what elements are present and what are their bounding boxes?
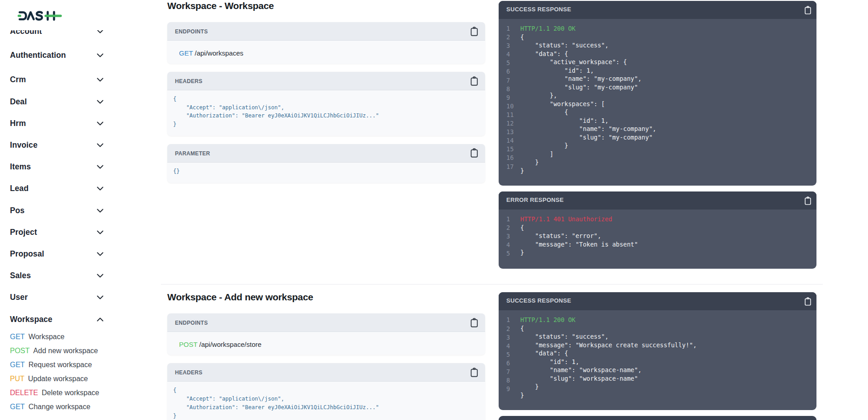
copy-clipboard-icon — [804, 297, 811, 306]
doc-section-workspace-add-new-workspace: Workspace - Add new workspaceENDPOINTSPO… — [161, 284, 823, 420]
response-column: SUCCESS RESPONSE1 2 3 4 5 6 7 8 9 10 11 … — [499, 1, 816, 269]
endpoint-line: POST /api/workspace/store — [167, 332, 485, 355]
sidebar-submenu-workspace: GETWorkspacePOSTAdd new workspaceGETRequ… — [0, 330, 161, 414]
code-line: "status": "success", — [520, 41, 656, 50]
sidebar-item-label: Invoice — [10, 140, 38, 150]
code-line: "status": "success", — [520, 332, 697, 341]
sidebar-subitem-request-workspace[interactable]: GETRequest workspace — [0, 358, 161, 372]
section-row: Workspace - WorkspaceENDPOINTSGET /api/w… — [167, 1, 823, 269]
line-numbers: 1 2 3 4 5 6 7 8 9 10 11 12 13 14 15 16 1… — [506, 24, 520, 175]
sidebar-item-label: Lead — [10, 184, 28, 193]
code-block: { "Accept": "application\/json", "Author… — [173, 95, 479, 129]
code-line: { — [520, 108, 656, 117]
main-content: Workspace - WorkspaceENDPOINTSGET /api/w… — [161, 0, 823, 420]
copy-clipboard-icon — [470, 318, 478, 327]
sidebar-subitem-add-new-workspace[interactable]: POSTAdd new workspace — [0, 344, 161, 358]
copy-button[interactable] — [804, 196, 811, 205]
copy-button[interactable] — [470, 76, 478, 86]
sidebar-subitem-workspace[interactable]: GETWorkspace — [0, 330, 161, 344]
card-title: ENDPOINTS — [175, 28, 208, 35]
sidebar-subitem-label: Add new workspace — [33, 347, 98, 355]
card-title: PARAMETER — [175, 150, 210, 157]
panel-title: ERROR RESPONSE — [506, 196, 564, 203]
copy-button[interactable] — [804, 297, 811, 306]
code-line: "status": "error", — [520, 232, 638, 240]
sidebar-item-label: Items — [10, 162, 31, 172]
dash-logo-icon — [18, 11, 62, 23]
sections-container: Workspace - WorkspaceENDPOINTSGET /api/w… — [161, 0, 823, 420]
sidebar-item-label: Crm — [10, 75, 26, 84]
copy-clipboard-icon — [470, 27, 478, 36]
section-title: Workspace - Add new workspace — [167, 291, 485, 303]
section-title: Workspace - Workspace — [167, 0, 485, 12]
code-line: "slug": "workspace-name" — [520, 374, 697, 383]
request-column: Workspace - Add new workspaceENDPOINTSPO… — [167, 292, 485, 420]
code-line: "active_workspace": { — [520, 58, 656, 66]
sidebar-subitem-change-workspace[interactable]: GETChange workspace — [0, 400, 161, 414]
sidebar-item-lead[interactable]: Lead — [0, 178, 114, 200]
code-line: } — [520, 383, 697, 391]
sidebar-item-items[interactable]: Items — [0, 156, 114, 178]
copy-clipboard-icon — [470, 148, 478, 158]
code-line: { — [520, 224, 638, 232]
http-method-badge: GET — [10, 361, 25, 369]
sidebar-item-label: Account — [10, 30, 42, 36]
sidebar-item-pos[interactable]: Pos — [0, 200, 114, 221]
logo[interactable] — [0, 0, 161, 30]
code-line: "slug": "my-company" — [520, 83, 656, 92]
sidebar-item-crm[interactable]: Crm — [0, 69, 114, 91]
copy-button[interactable] — [470, 368, 478, 377]
code-line: } — [520, 141, 656, 150]
copy-button[interactable] — [804, 6, 811, 14]
endpoint-path: /api/workspaces — [195, 49, 244, 57]
sidebar-item-sales[interactable]: Sales — [0, 265, 114, 287]
card-header: HEADERS — [167, 72, 485, 90]
copy-button[interactable] — [470, 318, 478, 327]
card-title: ENDPOINTS — [175, 320, 208, 326]
sidebar-item-project[interactable]: Project — [0, 221, 114, 243]
copy-clipboard-icon — [804, 196, 811, 205]
chevron-down-icon — [97, 121, 104, 126]
panel-title: SUCCESS RESPONSE — [506, 297, 571, 304]
sidebar-subitem-delete-workspace[interactable]: DELETEDelete workspace — [0, 386, 161, 400]
copy-button[interactable] — [470, 148, 478, 158]
code-line: "message": "Token is absent" — [520, 240, 638, 249]
code-line: } — [520, 158, 656, 167]
panel-title: SUCCESS RESPONSE — [506, 6, 571, 13]
chevron-down-icon — [97, 230, 104, 234]
sidebar-item-hrm[interactable]: Hrm — [0, 112, 114, 134]
code-line: "message": "Workspace create successfull… — [520, 341, 697, 350]
chevron-down-icon — [97, 53, 104, 57]
sidebar-item-proposal[interactable]: Proposal — [0, 243, 114, 265]
panel-body: 1 2 3 4 5 6 7 8 9 10 11 12 13 14 15 16 1… — [499, 19, 816, 186]
chevron-down-icon — [97, 295, 104, 299]
sidebar-item-invoice[interactable]: Invoice — [0, 134, 114, 156]
panel-header: ERROR RESPONSE — [499, 416, 816, 420]
code-line: "id": 1, — [520, 66, 656, 75]
code-line: "id": 1, — [520, 358, 697, 366]
code-block: {} — [173, 167, 479, 176]
sidebar-item-label: Hrm — [10, 119, 26, 128]
sidebar-item-user[interactable]: User — [0, 287, 114, 308]
chevron-down-icon — [97, 187, 104, 191]
code-line: } — [520, 167, 656, 175]
card-header: ENDPOINTS — [167, 22, 485, 41]
sidebar-menu-list: AccountAuthenticationCrmDealHrmInvoiceIt… — [0, 30, 161, 414]
copy-clipboard-icon — [470, 76, 478, 86]
copy-button[interactable] — [470, 27, 478, 36]
error-response-panel: ERROR RESPONSE1 2 3 4 5HTTP/1.1 401 Unau… — [499, 191, 816, 269]
sidebar-item-deal[interactable]: Deal — [0, 91, 114, 112]
sidebar: AccountAuthenticationCrmDealHrmInvoiceIt… — [0, 0, 161, 420]
card-header: HEADERS — [167, 363, 485, 382]
endpoints-card: ENDPOINTSPOST /api/workspace/store — [167, 313, 485, 355]
sidebar-item-workspace[interactable]: Workspace — [0, 308, 114, 330]
sidebar-item-account[interactable]: Account — [0, 30, 114, 42]
panel-header: SUCCESS RESPONSE — [499, 292, 816, 310]
sidebar-subitem-update-workspace[interactable]: PUTUpdate workspace — [0, 372, 161, 386]
http-method-badge: GET — [10, 403, 25, 411]
line-numbers: 1 2 3 4 5 — [506, 215, 520, 258]
doc-section-workspace-workspace: Workspace - WorkspaceENDPOINTSGET /api/w… — [161, 0, 823, 284]
http-status-line: HTTP/1.1 200 OK — [520, 24, 656, 33]
http-method-badge: GET — [10, 333, 25, 341]
sidebar-item-authentication[interactable]: Authentication — [0, 45, 114, 66]
